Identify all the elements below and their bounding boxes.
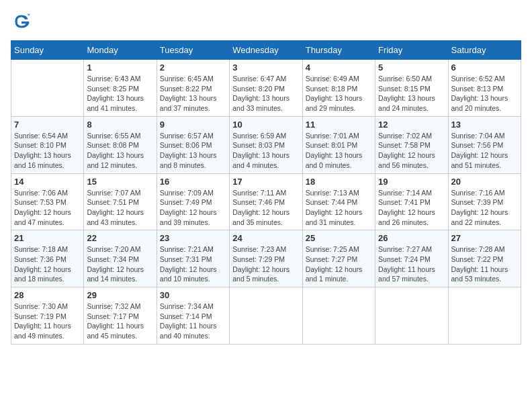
calendar-cell: 22Sunrise: 7:20 AM Sunset: 7:34 PM Dayli… — [84, 230, 157, 287]
calendar-cell: 4Sunrise: 6:49 AM Sunset: 8:18 PM Daylig… — [302, 60, 375, 117]
calendar-week-row: 7Sunrise: 6:54 AM Sunset: 8:10 PM Daylig… — [11, 116, 521, 173]
day-number: 17 — [232, 177, 299, 187]
day-info: Sunrise: 7:34 AM Sunset: 7:14 PM Dayligh… — [160, 302, 226, 341]
day-header-wednesday: Wednesday — [230, 41, 302, 60]
calendar-cell: 18Sunrise: 7:13 AM Sunset: 7:44 PM Dayli… — [302, 173, 375, 230]
calendar-week-row: 28Sunrise: 7:30 AM Sunset: 7:19 PM Dayli… — [11, 287, 521, 345]
calendar-cell: 27Sunrise: 7:28 AM Sunset: 7:22 PM Dayli… — [448, 230, 521, 287]
day-info: Sunrise: 6:49 AM Sunset: 8:18 PM Dayligh… — [306, 74, 372, 113]
day-number: 24 — [232, 233, 299, 243]
calendar-cell: 2Sunrise: 6:45 AM Sunset: 8:22 PM Daylig… — [157, 60, 229, 117]
day-info: Sunrise: 7:14 AM Sunset: 7:41 PM Dayligh… — [378, 188, 445, 228]
calendar-header-row: SundayMondayTuesdayWednesdayThursdayFrid… — [11, 41, 521, 60]
day-number: 16 — [160, 177, 226, 187]
logo-icon — [11, 11, 32, 32]
day-info: Sunrise: 7:09 AM Sunset: 7:49 PM Dayligh… — [160, 188, 226, 228]
calendar-cell: 3Sunrise: 6:47 AM Sunset: 8:20 PM Daylig… — [230, 60, 302, 117]
day-number: 10 — [232, 120, 299, 130]
calendar-cell: 8Sunrise: 6:55 AM Sunset: 8:08 PM Daylig… — [84, 116, 157, 173]
day-info: Sunrise: 7:18 AM Sunset: 7:36 PM Dayligh… — [14, 244, 81, 284]
calendar-cell: 29Sunrise: 7:32 AM Sunset: 7:17 PM Dayli… — [84, 287, 157, 345]
calendar-cell: 16Sunrise: 7:09 AM Sunset: 7:49 PM Dayli… — [157, 173, 229, 230]
calendar-week-row: 1Sunrise: 6:43 AM Sunset: 8:25 PM Daylig… — [11, 60, 521, 117]
day-number: 11 — [306, 120, 372, 130]
calendar-cell: 26Sunrise: 7:27 AM Sunset: 7:24 PM Dayli… — [375, 230, 448, 287]
day-info: Sunrise: 7:16 AM Sunset: 7:39 PM Dayligh… — [451, 188, 518, 228]
day-header-thursday: Thursday — [302, 41, 375, 60]
calendar-cell: 24Sunrise: 7:23 AM Sunset: 7:29 PM Dayli… — [230, 230, 302, 287]
day-number: 25 — [306, 233, 372, 243]
day-info: Sunrise: 6:57 AM Sunset: 8:06 PM Dayligh… — [160, 131, 226, 171]
page-header — [11, 11, 521, 32]
day-number: 26 — [378, 233, 445, 243]
calendar-cell: 25Sunrise: 7:25 AM Sunset: 7:27 PM Dayli… — [302, 230, 375, 287]
logo — [11, 11, 35, 32]
day-header-tuesday: Tuesday — [157, 41, 229, 60]
day-number: 8 — [87, 120, 153, 130]
calendar-cell — [230, 287, 302, 345]
day-info: Sunrise: 7:06 AM Sunset: 7:53 PM Dayligh… — [14, 188, 81, 228]
calendar-table: SundayMondayTuesdayWednesdayThursdayFrid… — [11, 40, 521, 345]
calendar-cell: 19Sunrise: 7:14 AM Sunset: 7:41 PM Dayli… — [375, 173, 448, 230]
day-number: 4 — [306, 62, 372, 73]
calendar-cell — [375, 287, 448, 345]
day-number: 14 — [14, 177, 81, 187]
calendar-cell: 17Sunrise: 7:11 AM Sunset: 7:46 PM Dayli… — [230, 173, 302, 230]
day-info: Sunrise: 7:07 AM Sunset: 7:51 PM Dayligh… — [87, 188, 153, 228]
calendar-cell: 20Sunrise: 7:16 AM Sunset: 7:39 PM Dayli… — [448, 173, 521, 230]
day-number: 23 — [160, 233, 226, 243]
day-number: 6 — [451, 62, 518, 73]
day-info: Sunrise: 7:13 AM Sunset: 7:44 PM Dayligh… — [306, 188, 372, 228]
day-number: 30 — [160, 290, 226, 300]
day-number: 21 — [14, 233, 81, 243]
day-info: Sunrise: 7:02 AM Sunset: 7:58 PM Dayligh… — [378, 131, 445, 171]
calendar-week-row: 14Sunrise: 7:06 AM Sunset: 7:53 PM Dayli… — [11, 173, 521, 230]
day-header-monday: Monday — [84, 41, 157, 60]
calendar-cell: 21Sunrise: 7:18 AM Sunset: 7:36 PM Dayli… — [11, 230, 84, 287]
day-header-friday: Friday — [375, 41, 448, 60]
day-info: Sunrise: 7:04 AM Sunset: 7:56 PM Dayligh… — [451, 131, 518, 171]
calendar-cell: 28Sunrise: 7:30 AM Sunset: 7:19 PM Dayli… — [11, 287, 84, 345]
day-info: Sunrise: 6:45 AM Sunset: 8:22 PM Dayligh… — [160, 74, 226, 113]
day-info: Sunrise: 6:52 AM Sunset: 8:13 PM Dayligh… — [451, 74, 518, 113]
calendar-cell — [11, 60, 84, 117]
day-info: Sunrise: 7:27 AM Sunset: 7:24 PM Dayligh… — [378, 244, 445, 284]
day-number: 27 — [451, 233, 518, 243]
calendar-cell: 11Sunrise: 7:01 AM Sunset: 8:01 PM Dayli… — [302, 116, 375, 173]
day-number: 7 — [14, 120, 81, 130]
day-number: 13 — [451, 120, 518, 130]
calendar-cell: 1Sunrise: 6:43 AM Sunset: 8:25 PM Daylig… — [84, 60, 157, 117]
day-info: Sunrise: 7:30 AM Sunset: 7:19 PM Dayligh… — [14, 302, 81, 341]
day-header-saturday: Saturday — [448, 41, 521, 60]
day-info: Sunrise: 7:28 AM Sunset: 7:22 PM Dayligh… — [451, 244, 518, 284]
day-info: Sunrise: 6:50 AM Sunset: 8:15 PM Dayligh… — [378, 74, 445, 113]
day-info: Sunrise: 7:25 AM Sunset: 7:27 PM Dayligh… — [306, 244, 372, 284]
day-number: 9 — [160, 120, 226, 130]
day-number: 12 — [378, 120, 445, 130]
day-info: Sunrise: 6:59 AM Sunset: 8:03 PM Dayligh… — [232, 131, 299, 171]
day-number: 29 — [87, 290, 153, 300]
calendar-cell: 7Sunrise: 6:54 AM Sunset: 8:10 PM Daylig… — [11, 116, 84, 173]
calendar-cell: 6Sunrise: 6:52 AM Sunset: 8:13 PM Daylig… — [448, 60, 521, 117]
day-number: 3 — [232, 62, 299, 73]
day-number: 5 — [378, 62, 445, 73]
day-info: Sunrise: 6:55 AM Sunset: 8:08 PM Dayligh… — [87, 131, 153, 171]
calendar-cell: 23Sunrise: 7:21 AM Sunset: 7:31 PM Dayli… — [157, 230, 229, 287]
day-info: Sunrise: 6:43 AM Sunset: 8:25 PM Dayligh… — [87, 74, 153, 113]
calendar-cell — [302, 287, 375, 345]
day-info: Sunrise: 7:20 AM Sunset: 7:34 PM Dayligh… — [87, 244, 153, 284]
day-info: Sunrise: 7:23 AM Sunset: 7:29 PM Dayligh… — [232, 244, 299, 284]
day-info: Sunrise: 7:21 AM Sunset: 7:31 PM Dayligh… — [160, 244, 226, 284]
day-number: 20 — [451, 177, 518, 187]
day-number: 28 — [14, 290, 81, 300]
calendar-week-row: 21Sunrise: 7:18 AM Sunset: 7:36 PM Dayli… — [11, 230, 521, 287]
calendar-cell: 12Sunrise: 7:02 AM Sunset: 7:58 PM Dayli… — [375, 116, 448, 173]
calendar-cell: 30Sunrise: 7:34 AM Sunset: 7:14 PM Dayli… — [157, 287, 229, 345]
calendar-cell — [448, 287, 521, 345]
calendar-cell: 15Sunrise: 7:07 AM Sunset: 7:51 PM Dayli… — [84, 173, 157, 230]
day-number: 22 — [87, 233, 153, 243]
calendar-cell: 13Sunrise: 7:04 AM Sunset: 7:56 PM Dayli… — [448, 116, 521, 173]
day-header-sunday: Sunday — [11, 41, 84, 60]
day-info: Sunrise: 7:32 AM Sunset: 7:17 PM Dayligh… — [87, 302, 153, 341]
calendar-cell: 9Sunrise: 6:57 AM Sunset: 8:06 PM Daylig… — [157, 116, 229, 173]
